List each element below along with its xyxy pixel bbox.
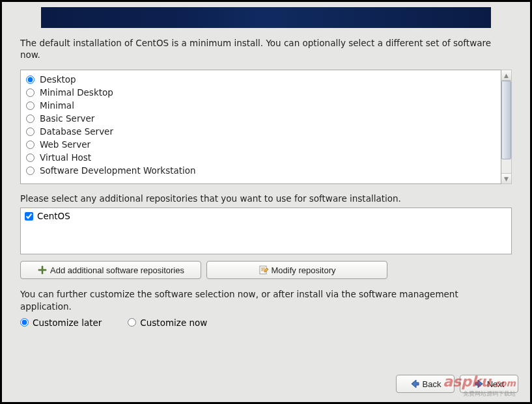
scroll-up-icon[interactable]: ▲ bbox=[501, 70, 511, 81]
software-option-radio[interactable] bbox=[26, 114, 35, 123]
customize-now-radio[interactable] bbox=[128, 318, 136, 327]
software-option[interactable]: Desktop bbox=[21, 73, 501, 86]
edit-icon bbox=[259, 265, 269, 275]
footer-nav: Back Next bbox=[2, 368, 530, 402]
software-option-radio[interactable] bbox=[26, 167, 35, 175]
repository-list[interactable]: CentOS bbox=[20, 208, 512, 254]
software-option[interactable]: Database Server bbox=[21, 125, 501, 138]
customize-text: You can further customize the software s… bbox=[20, 288, 512, 312]
plus-icon bbox=[37, 265, 48, 275]
customize-radio-group: Customize later Customize now bbox=[20, 317, 512, 328]
software-option-radio[interactable] bbox=[26, 101, 35, 110]
main-content: The default installation of CentOS is a … bbox=[2, 28, 530, 368]
repo-label: CentOS bbox=[37, 211, 70, 221]
software-option-radio[interactable] bbox=[26, 154, 35, 162]
software-list-scrollbar[interactable]: ▲ ▼ bbox=[501, 70, 512, 184]
software-option-label: Virtual Host bbox=[40, 152, 91, 163]
software-option-label: Minimal Desktop bbox=[40, 87, 113, 98]
software-option-radio[interactable] bbox=[26, 75, 35, 84]
customize-now-label: Customize now bbox=[140, 317, 207, 328]
repo-section-label: Please select any additional repositorie… bbox=[20, 193, 512, 204]
software-option-radio[interactable] bbox=[26, 128, 35, 136]
arrow-right-icon bbox=[474, 379, 484, 389]
repo-item[interactable]: CentOS bbox=[25, 211, 507, 221]
header-banner bbox=[41, 7, 491, 28]
scroll-down-icon[interactable]: ▼ bbox=[501, 173, 511, 183]
software-option-label: Web Server bbox=[40, 139, 91, 150]
add-repo-button[interactable]: Add additional software repositories bbox=[20, 261, 201, 279]
software-option[interactable]: Software Development Workstation bbox=[21, 164, 501, 177]
software-option-label: Software Development Workstation bbox=[40, 165, 196, 176]
software-option-label: Database Server bbox=[40, 126, 113, 137]
back-button[interactable]: Back bbox=[396, 375, 455, 393]
software-option[interactable]: Web Server bbox=[21, 138, 501, 151]
arrow-left-icon bbox=[410, 379, 420, 389]
software-option[interactable]: Minimal bbox=[21, 99, 501, 112]
software-option-label: Desktop bbox=[40, 74, 76, 85]
back-label: Back bbox=[423, 379, 441, 389]
installer-window: The default installation of CentOS is a … bbox=[2, 2, 530, 402]
scroll-thumb[interactable] bbox=[501, 81, 511, 159]
software-option[interactable]: Basic Server bbox=[21, 112, 501, 125]
repo-buttons-row: Add additional software repositories Mod… bbox=[20, 261, 512, 279]
repo-checkbox[interactable] bbox=[25, 212, 33, 221]
add-repo-label: Add additional software repositories bbox=[50, 265, 184, 275]
modify-repo-label: Modify repository bbox=[272, 265, 336, 275]
customize-later-radio[interactable] bbox=[20, 318, 29, 327]
software-selection-wrap: DesktopMinimal DesktopMinimalBasic Serve… bbox=[20, 70, 512, 184]
software-option[interactable]: Minimal Desktop bbox=[21, 86, 501, 99]
software-selection-list[interactable]: DesktopMinimal DesktopMinimalBasic Serve… bbox=[20, 70, 501, 184]
software-option-radio[interactable] bbox=[26, 88, 35, 97]
scroll-track[interactable] bbox=[501, 81, 511, 173]
next-button[interactable]: Next bbox=[460, 375, 518, 393]
software-option-radio[interactable] bbox=[26, 141, 35, 149]
modify-repo-button[interactable]: Modify repository bbox=[206, 261, 387, 279]
customize-now-option[interactable]: Customize now bbox=[128, 317, 207, 328]
customize-later-label: Customize later bbox=[33, 317, 102, 328]
intro-text: The default installation of CentOS is a … bbox=[20, 37, 512, 61]
customize-later-option[interactable]: Customize later bbox=[20, 317, 102, 328]
software-option-label: Basic Server bbox=[40, 113, 94, 124]
next-label: Next bbox=[487, 379, 505, 389]
software-option[interactable]: Virtual Host bbox=[21, 151, 501, 164]
software-option-label: Minimal bbox=[40, 100, 74, 111]
